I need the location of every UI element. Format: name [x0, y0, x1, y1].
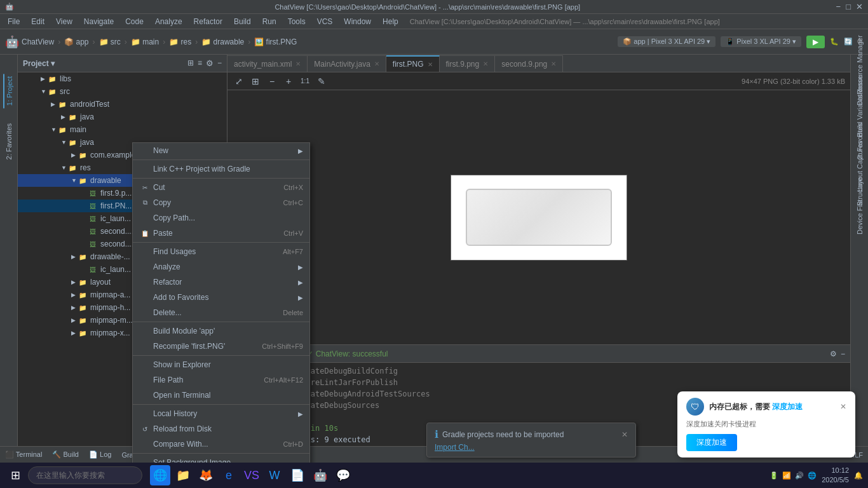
project-minimize-icon[interactable]: − [217, 58, 222, 68]
debug-button[interactable]: 🐛 [830, 37, 839, 46]
ctx-analyze[interactable]: Analyze ▶ [133, 259, 309, 274]
taskbar: ⊞ 🌐 📁 🦊 e VS W 📄 🤖 💬 🔋 📶 🔊 🌐 10:12 2020/… [0, 463, 868, 488]
refactor-icon [139, 276, 151, 288]
filepath-icon [139, 374, 151, 386]
taskbar-explorer[interactable]: 📁 [173, 465, 193, 485]
breadcrumb-res[interactable]: 📁 res [169, 37, 191, 46]
minimize-button[interactable]: − [836, 2, 841, 11]
taskbar-ie[interactable]: e [219, 465, 239, 485]
tab-close-first9png[interactable]: ✕ [483, 60, 488, 67]
tab-label: first.9.png [446, 60, 480, 69]
menu-help[interactable]: Help [377, 16, 403, 27]
breadcrumb-chatview[interactable]: ChatView [22, 37, 54, 46]
menu-navigate[interactable]: Navigate [79, 16, 119, 27]
menu-view[interactable]: View [51, 16, 78, 27]
extension-close-btn[interactable]: ✕ [840, 402, 846, 411]
breadcrumb-file[interactable]: 🖼️ first.PNG [254, 37, 297, 46]
start-button[interactable]: ⊞ [5, 465, 25, 485]
project-collapse-icon[interactable]: ≡ [198, 58, 202, 68]
menu-run[interactable]: Run [257, 16, 281, 27]
ctx-sep-5 [133, 355, 309, 356]
project-gear-icon[interactable]: ⚙ [206, 58, 214, 68]
close-button[interactable]: ✕ [856, 2, 863, 11]
tab-label: activity_main.xml [234, 60, 292, 69]
ctx-cut[interactable]: ✂ Cut Ctrl+X [133, 180, 309, 195]
run-config-selector[interactable]: 📦 app | Pixel 3 XL API 29 ▾ [618, 36, 715, 47]
copy-path-icon [139, 212, 151, 224]
taskbar-acrobat[interactable]: 📄 [287, 465, 308, 485]
ctx-show-explorer[interactable]: Show in Explorer [133, 357, 309, 372]
ctx-find-usages[interactable]: Find Usages Alt+F7 [133, 244, 309, 259]
device-selector[interactable]: 📱 Pixel 3 XL API 29 ▾ [721, 36, 801, 47]
breadcrumb: ChatView › 📦 app › 📁 src › 📁 main › 📁 re… [22, 37, 297, 46]
ctx-refactor[interactable]: Refactor ▶ [133, 274, 309, 290]
paste-icon: 📋 [139, 227, 151, 239]
browser-extension-notification: 🛡 内存已超标，需要 深度加速 ✕ 深度加速关闭卡慢进程 深度加速 [677, 391, 855, 458]
ctx-file-path[interactable]: File Path Ctrl+Alt+F12 [133, 372, 309, 388]
ctx-compare-with[interactable]: Compare With... Ctrl+D [133, 437, 309, 452]
window-title: ChatView [C:\Users\gao\Desktop\Android\C… [19, 3, 836, 11]
ctx-add-favorites[interactable]: Add to Favorites ▶ [133, 290, 309, 305]
run-button[interactable]: ▶ [806, 36, 825, 48]
menu-analyze[interactable]: Analyze [150, 16, 187, 27]
taskbar-search[interactable] [28, 466, 142, 484]
menu-build[interactable]: Build [229, 16, 256, 27]
breadcrumb-main[interactable]: 📁 main [131, 37, 159, 46]
menu-window[interactable]: Window [339, 16, 376, 27]
taskbar-edge[interactable]: 🌐 [150, 465, 170, 485]
breadcrumb-app[interactable]: 📦 app [64, 37, 88, 46]
explorer-icon [139, 359, 151, 370]
info-icon: ℹ [435, 428, 438, 440]
menu-code[interactable]: Code [120, 16, 149, 27]
extension-logo: 🛡 [686, 398, 704, 416]
ctx-sep-4 [133, 322, 309, 322]
breadcrumb-drawable[interactable]: 📁 drawable [201, 37, 244, 46]
menu-refactor[interactable]: Refactor [189, 16, 227, 27]
tab-close-second9png[interactable]: ✕ [551, 60, 556, 67]
cut-icon: ✂ [139, 182, 151, 193]
analyze-icon [139, 261, 151, 273]
ctx-local-history[interactable]: Local History ▶ [133, 406, 309, 421]
ctx-recompile[interactable]: Recompile 'first.PNG' Ctrl+Shift+F9 [133, 339, 309, 354]
ctx-copy[interactable]: ⧉ Copy Ctrl+C [133, 195, 309, 210]
ctx-new[interactable]: New ▶ [133, 143, 309, 158]
ctx-reload-disk[interactable]: ↺ Reload from Disk [133, 421, 309, 437]
notification-center[interactable]: 🔔 [854, 471, 863, 480]
ctx-sep-1 [133, 159, 309, 160]
volume-icon: 🔊 [795, 471, 804, 480]
tab-label: MainActivity.java [314, 60, 370, 69]
project-external-icon[interactable]: ⊞ [187, 58, 194, 68]
tab-close-mainactivity[interactable]: ✕ [374, 60, 379, 67]
tab-label: first.PNG [393, 60, 424, 69]
taskbar-visualstudio[interactable]: VS [241, 465, 262, 485]
taskbar-chat[interactable]: 💬 [333, 465, 353, 485]
find-icon [139, 246, 151, 257]
ctx-build-module[interactable]: Build Module 'app' [133, 323, 309, 339]
ctx-delete[interactable]: Delete... Delete [133, 305, 309, 320]
notif-close-btn[interactable]: ✕ [621, 430, 628, 439]
ctx-paste[interactable]: 📋 Paste Ctrl+V [133, 226, 309, 241]
ctx-sep-3 [133, 242, 309, 243]
ctx-link-cpp-icon [139, 163, 151, 175]
taskbar-browser[interactable]: 🦊 [196, 465, 216, 485]
taskbar-word[interactable]: W [264, 465, 285, 485]
maximize-button[interactable]: □ [846, 2, 851, 11]
tab-close-activity[interactable]: ✕ [295, 60, 301, 67]
menu-vcs[interactable]: VCS [312, 16, 338, 27]
import-link[interactable]: Import Ch... [435, 443, 475, 452]
taskbar-androidstudio[interactable]: 🤖 [310, 465, 330, 485]
menu-edit[interactable]: Edit [26, 16, 50, 27]
ctx-copy-path[interactable]: Copy Path... [133, 210, 309, 226]
ctx-open-terminal[interactable]: Open in Terminal [133, 388, 309, 403]
taskbar-clock: 10:12 2020/5/5 [822, 466, 849, 485]
tab-close-firstpng[interactable]: ✕ [428, 61, 433, 68]
gradle-notification: ℹ Gradle projects need to be imported ✕ … [426, 423, 636, 458]
menu-tools[interactable]: Tools [283, 16, 311, 27]
ctx-link-cpp[interactable]: Link C++ Project with Gradle [133, 161, 309, 177]
compare-icon [139, 438, 151, 450]
menu-file[interactable]: File [3, 16, 25, 27]
menu-bar: File Edit View Navigate Code Analyze Ref… [0, 14, 868, 29]
deep-accelerate-button[interactable]: 深度加速 [686, 434, 737, 451]
sync-icon[interactable]: 🔄 [844, 37, 853, 46]
breadcrumb-src[interactable]: 📁 src [99, 37, 121, 46]
